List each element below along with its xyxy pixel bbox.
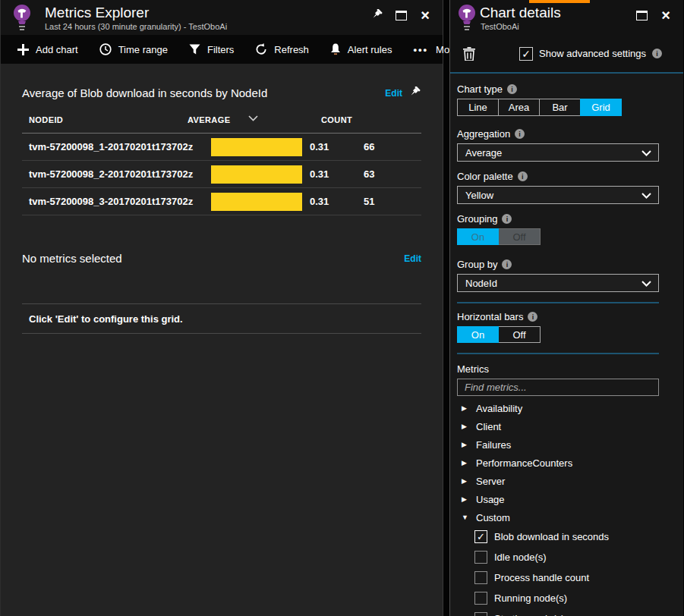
clock-icon xyxy=(99,43,112,55)
metric-starting-nodes[interactable]: Starting node(s) xyxy=(457,608,659,616)
metric-idle-nodes[interactable]: Idle node(s) xyxy=(457,547,659,567)
command-bar: Add chart Time range Filters Refresh Ale… xyxy=(1,35,443,64)
maximize-icon[interactable] xyxy=(635,8,648,22)
info-icon[interactable]: i xyxy=(528,312,537,322)
chevron-right-icon: ▶ xyxy=(457,477,476,485)
empty-edit-link[interactable]: Edit xyxy=(404,253,421,264)
grouping-on-button[interactable]: On xyxy=(457,228,499,245)
tree-item-client[interactable]: ▶ Client xyxy=(457,417,659,435)
column-header-count[interactable]: COUNT xyxy=(321,115,352,124)
chart-type-label: Chart type xyxy=(457,83,503,95)
blade-title: Chart details xyxy=(480,5,561,21)
aggregation-value: Average xyxy=(465,147,502,159)
alert-rules-button[interactable]: Alert rules xyxy=(330,43,392,55)
section-divider xyxy=(457,302,659,303)
alert-rules-label: Alert rules xyxy=(348,44,392,55)
grouping-off-button[interactable]: Off xyxy=(499,228,541,245)
checkbox-icon xyxy=(474,592,487,605)
row-average-bar xyxy=(211,193,302,211)
chevron-down-icon xyxy=(641,193,651,199)
checkbox-checked-icon: ✓ xyxy=(474,530,487,543)
page-title: Metrics Explorer xyxy=(45,5,149,21)
info-icon[interactable]: i xyxy=(507,84,517,94)
checkbox-icon xyxy=(474,551,487,564)
info-icon[interactable]: i xyxy=(502,214,512,224)
info-icon[interactable]: i xyxy=(652,49,662,58)
find-metrics-input[interactable] xyxy=(457,379,659,396)
pin-blade-icon[interactable] xyxy=(370,8,383,22)
pin-chart-icon[interactable] xyxy=(408,86,421,99)
time-range-label: Time range xyxy=(118,44,168,55)
tree-item-performancecounters[interactable]: ▶ PerformanceCounters xyxy=(457,454,659,472)
tree-item-custom[interactable]: ▼ Custom xyxy=(457,508,659,526)
horizontal-bars-label: Horizontal bars xyxy=(457,311,523,322)
aggregation-dropdown[interactable]: Average xyxy=(457,143,659,162)
configure-grid-note: Click 'Edit' to configure this grid. xyxy=(29,313,421,325)
color-palette-label: Color palette xyxy=(457,171,513,182)
loading-indicator xyxy=(529,0,590,3)
chart-type-line[interactable]: Line xyxy=(457,99,499,116)
divider xyxy=(22,333,421,334)
grid-chart-title: Average of Blob download in seconds by N… xyxy=(22,86,385,99)
delete-chart-icon[interactable] xyxy=(463,47,475,61)
column-header-average[interactable]: AVERAGE xyxy=(188,115,230,124)
chart-edit-link[interactable]: Edit xyxy=(385,88,402,99)
table-row: tvm-57200098_3-20170201t173702z 0.31 51 xyxy=(22,188,421,215)
metrics-explorer-header: Metrics Explorer Last 24 hours (30 minut… xyxy=(1,0,443,35)
refresh-icon xyxy=(255,43,267,55)
chevron-right-icon: ▶ xyxy=(457,404,476,412)
sort-descending-icon[interactable] xyxy=(248,115,258,121)
color-palette-value: Yellow xyxy=(465,190,493,201)
chart-details-blade: Chart details TestOboAi × ✓ Show advance… xyxy=(449,0,683,616)
add-chart-button[interactable]: Add chart xyxy=(17,44,78,55)
column-header-nodeid[interactable]: NODEID xyxy=(29,115,63,124)
close-icon[interactable]: × xyxy=(418,8,432,22)
color-palette-dropdown[interactable]: Yellow xyxy=(457,186,659,204)
grouping-toggle: On Off xyxy=(457,228,659,245)
chart-type-bar[interactable]: Bar xyxy=(539,99,581,116)
row-average-bar xyxy=(211,165,302,184)
tree-item-failures[interactable]: ▶ Failures xyxy=(457,435,659,454)
horizontal-bars-off-button[interactable]: Off xyxy=(499,326,541,343)
chart-details-header: Chart details TestOboAi × xyxy=(450,0,683,35)
row-nodeid: tvm-57200098_2-20170201t173702z xyxy=(29,168,193,180)
info-icon[interactable]: i xyxy=(502,259,512,269)
application-insights-icon xyxy=(456,4,479,33)
row-count-value: 66 xyxy=(364,141,374,152)
group-by-value: NodeId xyxy=(465,278,497,289)
tree-item-server[interactable]: ▶ Server xyxy=(457,472,659,490)
metric-blob-download[interactable]: ✓ Blob download in seconds xyxy=(457,526,659,547)
horizontal-bars-on-button[interactable]: On xyxy=(457,326,499,343)
metrics-section-label: Metrics xyxy=(457,363,659,375)
page-subtitle: Last 24 hours (30 minute granularity) - … xyxy=(45,22,227,31)
table-row: tvm-57200098_2-20170201t173702z 0.31 63 xyxy=(22,161,421,188)
maximize-icon[interactable] xyxy=(394,8,408,22)
close-icon[interactable]: × xyxy=(659,8,673,22)
metric-running-nodes[interactable]: Running node(s) xyxy=(457,588,659,608)
tree-item-availability[interactable]: ▶ Availability xyxy=(457,399,659,417)
group-by-dropdown[interactable]: NodeId xyxy=(457,274,659,292)
chart-type-area[interactable]: Area xyxy=(498,99,540,116)
filters-label: Filters xyxy=(207,44,234,55)
metric-process-handle-count[interactable]: Process handle count xyxy=(457,567,659,588)
row-average-value: 0.31 xyxy=(310,141,329,152)
chart-type-grid[interactable]: Grid xyxy=(580,99,622,116)
time-range-button[interactable]: Time range xyxy=(99,43,168,55)
ellipsis-icon: ••• xyxy=(413,44,428,55)
refresh-button[interactable]: Refresh xyxy=(255,43,309,55)
advanced-settings-checkbox[interactable]: ✓ xyxy=(519,47,533,61)
metrics-explorer-content: Average of Blob download in seconds by N… xyxy=(1,64,443,616)
checkbox-icon xyxy=(474,571,487,584)
chevron-down-icon xyxy=(641,281,651,287)
chart-type-selector: Line Area Bar Grid xyxy=(457,99,659,116)
application-insights-icon xyxy=(11,4,34,33)
checkbox-icon xyxy=(474,612,487,616)
info-icon[interactable]: i xyxy=(518,171,528,181)
filters-button[interactable]: Filters xyxy=(189,44,234,55)
tree-item-usage[interactable]: ▶ Usage xyxy=(457,490,659,508)
table-row: tvm-57200098_1-20170201t173702z 0.31 66 xyxy=(22,134,421,161)
metrics-grid: NODEID AVERAGE COUNT tvm-57200098_1-2017… xyxy=(22,108,421,215)
bell-icon xyxy=(330,43,341,55)
horizontal-bars-toggle: On Off xyxy=(457,326,659,343)
info-icon[interactable]: i xyxy=(515,129,525,139)
